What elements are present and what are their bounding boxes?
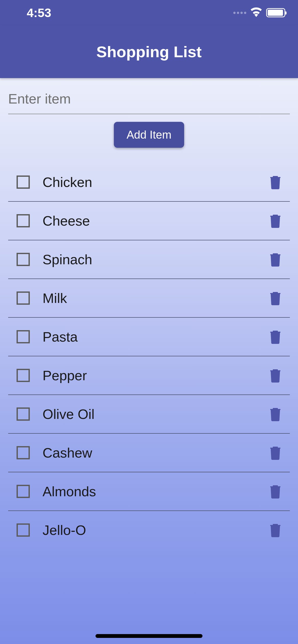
item-label: Cashew (43, 445, 269, 461)
list-item: Almonds (8, 472, 290, 511)
battery-icon (266, 8, 285, 17)
add-item-button[interactable]: Add Item (114, 122, 184, 148)
wifi-icon (250, 7, 263, 18)
list-item: Cheese (8, 202, 290, 240)
add-button-container: Add Item (0, 114, 298, 163)
item-label: Pepper (43, 368, 269, 383)
item-label: Spinach (43, 252, 269, 267)
item-input[interactable] (8, 88, 290, 114)
trash-icon[interactable] (269, 407, 281, 421)
item-checkbox[interactable] (17, 330, 30, 343)
list-item: Pasta (8, 318, 290, 356)
shopping-list: Chicken Cheese Spinach Milk Pasta Pepper (0, 163, 298, 549)
item-checkbox[interactable] (17, 485, 30, 498)
list-item: Olive Oil (8, 395, 290, 434)
trash-icon[interactable] (269, 291, 281, 305)
trash-icon[interactable] (269, 446, 281, 460)
status-icons (233, 7, 285, 18)
home-indicator[interactable] (96, 634, 202, 638)
status-time: 4:53 (27, 6, 51, 20)
item-label: Pasta (43, 329, 269, 345)
list-item: Pepper (8, 356, 290, 395)
item-label: Almonds (43, 484, 269, 499)
page-title: Shopping List (96, 43, 201, 61)
trash-icon[interactable] (269, 175, 281, 189)
item-label: Jello-O (43, 522, 269, 538)
trash-icon[interactable] (269, 330, 281, 344)
trash-icon[interactable] (269, 214, 281, 228)
item-label: Chicken (43, 174, 269, 190)
item-checkbox[interactable] (17, 369, 30, 382)
list-item: Chicken (8, 163, 290, 202)
item-label: Milk (43, 290, 269, 306)
item-checkbox[interactable] (17, 446, 30, 459)
list-item: Milk (8, 279, 290, 318)
trash-icon[interactable] (269, 523, 281, 537)
item-checkbox[interactable] (17, 253, 30, 266)
item-checkbox[interactable] (17, 407, 30, 421)
trash-icon[interactable] (269, 484, 281, 499)
item-label: Olive Oil (43, 406, 269, 422)
item-label: Cheese (43, 213, 269, 229)
item-checkbox[interactable] (17, 291, 30, 305)
input-area (0, 78, 298, 114)
item-checkbox[interactable] (17, 214, 30, 227)
trash-icon[interactable] (269, 252, 281, 267)
list-item: Cashew (8, 434, 290, 472)
trash-icon[interactable] (269, 368, 281, 383)
status-bar: 4:53 (0, 0, 298, 25)
app-header: Shopping List (0, 25, 298, 78)
list-item: Jello-O (8, 511, 290, 549)
item-checkbox[interactable] (17, 175, 30, 189)
list-item: Spinach (8, 240, 290, 279)
item-checkbox[interactable] (17, 523, 30, 537)
cellular-dots-icon (233, 12, 246, 14)
